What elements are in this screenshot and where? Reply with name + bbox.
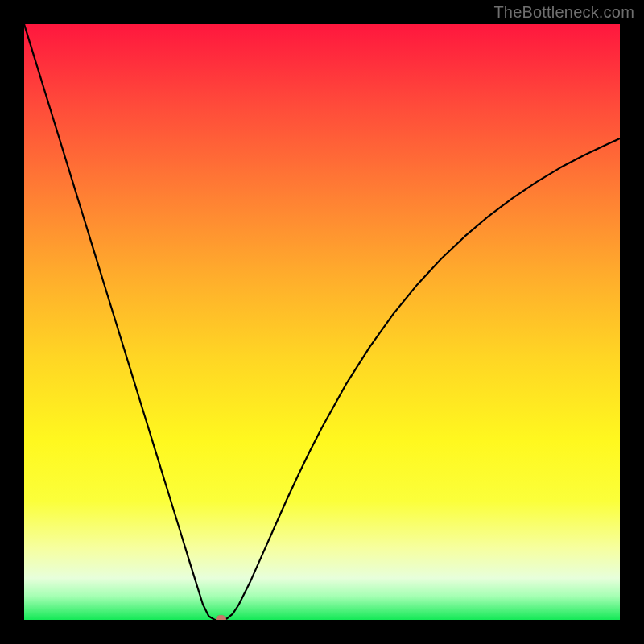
watermark-text: TheBottleneck.com — [493, 3, 634, 22]
optimal-point-marker — [216, 615, 226, 620]
bottleneck-curve — [24, 24, 620, 620]
plot-area — [24, 24, 620, 620]
chart-container: TheBottleneck.com — [0, 0, 644, 644]
